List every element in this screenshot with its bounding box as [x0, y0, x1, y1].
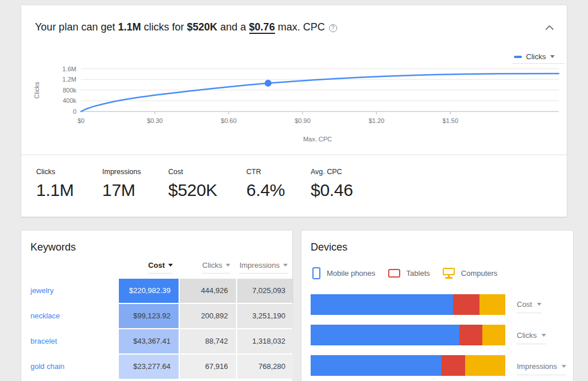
svg-text:800k: 800k — [63, 87, 76, 94]
legend-item-mobile: Mobile phones — [312, 267, 376, 279]
svg-text:1.6M: 1.6M — [63, 66, 76, 72]
svg-text:$1.20: $1.20 — [369, 117, 385, 124]
keyword-link[interactable]: necklace — [21, 304, 119, 328]
svg-text:$1.50: $1.50 — [443, 117, 459, 124]
keywords-header-row: Cost Clicks Impressions — [21, 261, 293, 274]
svg-text:$0.30: $0.30 — [147, 117, 163, 124]
clicks-cell: 444,926 — [179, 279, 236, 303]
chart-gridlines — [81, 69, 559, 111]
mobile-phone-icon — [312, 267, 320, 279]
stat-impressions: Impressions 17M — [102, 168, 141, 200]
devices-metric-dropdown-clicks[interactable]: Clicks — [517, 331, 546, 344]
bar-segment-mobile — [311, 325, 459, 345]
keyword-link[interactable]: gold chain — [21, 355, 119, 379]
bar-segment-mobile — [311, 294, 453, 315]
sort-arrow-icon — [283, 264, 288, 267]
y-axis-title: Clicks — [33, 82, 40, 99]
devices-metric-dropdown-cost[interactable]: Cost — [517, 300, 541, 313]
x-axis-title: Max. CPC — [303, 136, 332, 143]
selected-cpc-point[interactable] — [265, 80, 272, 87]
bar-segment-mobile — [311, 355, 442, 376]
forecast-card: Your plan can get 1.1M clicks for $520K … — [21, 5, 567, 217]
bar-segment-tablet — [459, 325, 482, 345]
svg-text:400k: 400k — [63, 97, 76, 104]
device-stacked-bar-cost — [311, 294, 505, 315]
sort-header-clicks[interactable]: Clicks — [202, 261, 230, 274]
impressions-cell: 1,318,032 — [236, 329, 293, 353]
stat-cost: Cost $520K — [168, 168, 217, 200]
device-stacked-bar-clicks — [311, 325, 505, 345]
stat-clicks: Clicks 1.1M — [36, 168, 74, 200]
clicks-cell: 200,892 — [179, 304, 236, 328]
legend-item-computer: Computers — [443, 268, 498, 279]
y-axis-tick-labels: 0 400k 800k 1.2M 1.6M — [63, 66, 77, 115]
devices-card: Devices Mobile phones Tablets Computers — [301, 230, 574, 381]
devices-title: Devices — [311, 241, 347, 253]
keywords-table: jewelry $220,982.39 444,926 7,025,093 ne… — [21, 279, 293, 379]
sort-header-cost[interactable]: Cost — [148, 261, 173, 274]
clicks-cell: 88,742 — [179, 329, 236, 353]
bar-segment-computer — [482, 325, 505, 345]
devices-metric-dropdown-impressions[interactable]: Impressions — [517, 362, 566, 375]
legend-item-tablet: Tablets — [388, 269, 430, 278]
chevron-down-icon — [562, 365, 566, 368]
card-divider — [21, 155, 567, 155]
cost-cell: $23,277.64 — [119, 355, 179, 379]
computer-monitor-icon — [443, 268, 455, 279]
keyword-link[interactable]: bracelet — [21, 329, 119, 353]
impressions-cell: 3,251,190 — [236, 304, 293, 328]
keywords-title: Keywords — [30, 241, 76, 253]
cost-cell: $99,123.92 — [119, 304, 179, 328]
chevron-down-icon — [537, 303, 541, 306]
keyword-link[interactable]: jewelry — [21, 279, 119, 303]
x-axis-tick-labels: $0 $0.30 $0.60 $0.90 $1.20 $1.50 — [78, 117, 458, 124]
device-stacked-bar-impressions — [311, 355, 505, 376]
bar-segment-computer — [479, 294, 505, 315]
clicks-cell: 67,916 — [179, 355, 236, 379]
cost-cell: $43,367.41 — [119, 329, 179, 353]
impressions-cell: 768,280 — [236, 355, 293, 379]
stat-avg-cpc: Avg. CPC $0.46 — [311, 168, 353, 200]
svg-text:$0: $0 — [78, 117, 84, 124]
svg-text:0: 0 — [73, 108, 76, 115]
devices-legend: Mobile phones Tablets Computers — [312, 267, 510, 279]
sort-header-impressions[interactable]: Impressions — [239, 261, 288, 274]
bar-segment-tablet — [442, 355, 465, 376]
keywords-card: Keywords Cost Clicks Impressions jewelry… — [21, 230, 293, 381]
sort-arrow-icon — [168, 264, 173, 267]
bar-segment-computer — [465, 355, 505, 376]
svg-text:1.2M: 1.2M — [63, 76, 76, 83]
forecast-line-chart[interactable]: 0 400k 800k 1.2M 1.6M $0 $0.30 $0.60 $0.… — [21, 5, 568, 150]
sort-arrow-icon — [226, 264, 230, 267]
cost-cell: $220,982.39 — [119, 279, 179, 303]
svg-text:$0.60: $0.60 — [221, 117, 237, 124]
impressions-cell: 7,025,093 — [236, 279, 293, 303]
tablet-icon — [388, 269, 400, 278]
x-axis-tick-marks — [155, 111, 451, 114]
svg-text:$0.90: $0.90 — [295, 117, 311, 124]
chevron-down-icon — [541, 334, 546, 337]
stat-ctr: CTR 6.4% — [246, 168, 285, 200]
bar-segment-tablet — [453, 294, 479, 315]
